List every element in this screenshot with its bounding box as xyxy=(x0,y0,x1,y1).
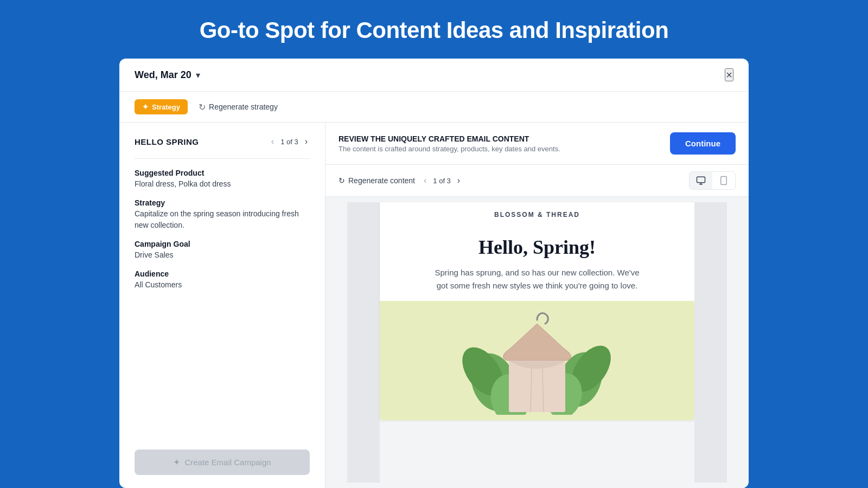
regenerate-content-button[interactable]: ↻ Regenerate content xyxy=(339,176,415,185)
next-content-button[interactable]: › xyxy=(455,175,462,187)
audience-label: Audience xyxy=(135,269,310,278)
mobile-view-button[interactable] xyxy=(712,172,735,189)
audience-value: All Customers xyxy=(135,279,310,291)
campaign-page-indicator: 1 of 3 xyxy=(280,138,298,146)
page-header: Go-to Spot for Content Ideas and Inspira… xyxy=(0,0,868,59)
content-toolbar-left: ↻ Regenerate content ‹ 1 of 3 › xyxy=(339,175,462,187)
close-button[interactable]: × xyxy=(725,68,733,81)
pagination-nav: ‹ 1 of 3 › xyxy=(269,136,310,147)
create-btn-icon: ✦ xyxy=(173,457,180,467)
email-image-section xyxy=(380,301,694,420)
clothing-hanger-illustration xyxy=(461,306,613,415)
left-panel: HELLO SPRING ‹ 1 of 3 › Suggested Produc… xyxy=(119,123,326,488)
date-selector[interactable]: Wed, Mar 20 ▾ xyxy=(135,69,200,81)
modal-body: HELLO SPRING ‹ 1 of 3 › Suggested Produc… xyxy=(119,123,749,488)
main-modal: Wed, Mar 20 ▾ × ✦ Strategy ↻ Regenerate … xyxy=(119,59,749,488)
regenerate-icon: ↻ xyxy=(199,102,206,112)
chevron-down-icon: ▾ xyxy=(196,70,200,80)
strategy-section: Strategy Capitalize on the spring season… xyxy=(135,198,310,231)
date-text: Wed, Mar 20 xyxy=(135,69,192,81)
review-banner-title: REVIEW THE UNIQUELY CRAFTED EMAIL CONTEN… xyxy=(339,134,670,143)
create-email-campaign-button[interactable]: ✦ Create Email Campaign xyxy=(135,450,310,475)
audience-section: Audience All Customers xyxy=(135,269,310,291)
strategy-badge-icon: ✦ xyxy=(142,102,149,111)
email-preview-area: BLOSSOM & THREAD Hello, Spring! Spring h… xyxy=(326,197,749,488)
mobile-icon xyxy=(719,176,729,185)
desktop-view-button[interactable] xyxy=(690,172,712,189)
create-btn-label: Create Email Campaign xyxy=(184,458,271,467)
desktop-icon xyxy=(696,176,706,185)
continue-button[interactable]: Continue xyxy=(670,132,736,155)
email-header-bar: BLOSSOM & THREAD xyxy=(380,202,694,225)
email-hero-title: Hello, Spring! xyxy=(401,236,673,259)
modal-header: Wed, Mar 20 ▾ × xyxy=(119,59,749,92)
email-hero: Hello, Spring! Spring has sprung, and so… xyxy=(380,225,694,301)
campaign-goal-section: Campaign Goal Drive Sales xyxy=(135,240,310,261)
email-hero-text: Spring has sprung, and so has our new co… xyxy=(434,266,640,292)
campaign-goal-value: Drive Sales xyxy=(135,249,310,261)
suggested-product-section: Suggested Product Floral dress, Polka do… xyxy=(135,169,310,190)
review-text-group: REVIEW THE UNIQUELY CRAFTED EMAIL CONTEN… xyxy=(339,134,670,153)
modal-toolbar: ✦ Strategy ↻ Regenerate strategy xyxy=(119,92,749,123)
campaign-goal-label: Campaign Goal xyxy=(135,240,310,248)
page-title: Go-to Spot for Content Ideas and Inspira… xyxy=(0,17,868,43)
prev-content-button[interactable]: ‹ xyxy=(422,175,429,187)
strategy-value: Capitalize on the spring season introduc… xyxy=(135,208,310,231)
svg-rect-3 xyxy=(721,177,727,185)
divider xyxy=(135,158,310,159)
review-banner-subtitle: The content is crafted around strategy, … xyxy=(339,145,670,153)
email-card: BLOSSOM & THREAD Hello, Spring! Spring h… xyxy=(380,202,694,420)
suggested-product-value: Floral dress, Polka dot dress xyxy=(135,178,310,190)
campaign-header: HELLO SPRING ‹ 1 of 3 › xyxy=(135,136,310,147)
regenerate-content-label: Regenerate content xyxy=(348,176,415,185)
svg-rect-0 xyxy=(697,177,705,183)
email-brand: BLOSSOM & THREAD xyxy=(393,211,681,219)
content-nav: ‹ 1 of 3 › xyxy=(422,175,462,187)
view-toggle xyxy=(689,171,736,190)
regenerate-content-icon: ↻ xyxy=(339,176,345,185)
regenerate-strategy-label: Regenerate strategy xyxy=(209,102,278,111)
strategy-badge[interactable]: ✦ Strategy xyxy=(135,99,188,114)
campaign-title: HELLO SPRING xyxy=(135,137,199,146)
suggested-product-label: Suggested Product xyxy=(135,169,310,177)
content-page-indicator: 1 of 3 xyxy=(433,177,451,185)
strategy-badge-label: Strategy xyxy=(152,103,180,111)
content-toolbar: ↻ Regenerate content ‹ 1 of 3 › xyxy=(326,165,749,197)
strategy-label: Strategy xyxy=(135,198,310,207)
regenerate-strategy-button[interactable]: ↻ Regenerate strategy xyxy=(199,102,278,112)
prev-campaign-button[interactable]: ‹ xyxy=(269,136,276,147)
right-panel: REVIEW THE UNIQUELY CRAFTED EMAIL CONTEN… xyxy=(326,123,749,488)
review-banner: REVIEW THE UNIQUELY CRAFTED EMAIL CONTEN… xyxy=(326,123,749,165)
next-campaign-button[interactable]: › xyxy=(303,136,310,147)
